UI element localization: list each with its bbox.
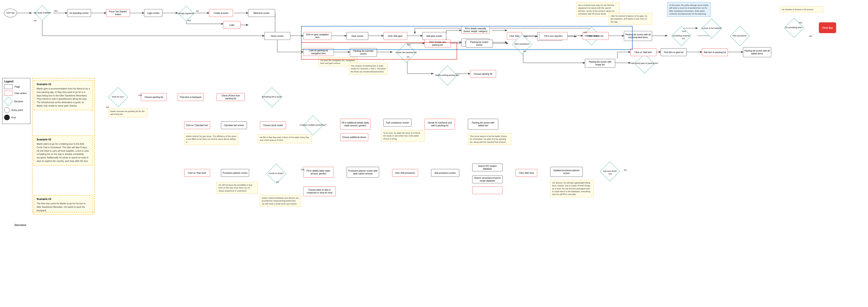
- click-calculate-fuel-label: Click on 'Calculate fuel': [186, 124, 208, 127]
- plan-provisions-label: Plan provisions?: [733, 35, 747, 37]
- create-account-label: Create account: [214, 12, 228, 14]
- something-left-label: Something left to pack?: [262, 96, 282, 98]
- legend-diamond-shape: [4, 97, 13, 106]
- choose-packing-list2-node: Choose packing list: [141, 93, 167, 101]
- legend-user-action: User action: [4, 91, 28, 96]
- already-registered-label: Already registered?: [178, 12, 195, 15]
- packing-added-fuel-node: Packing list screen with added fuel: [468, 119, 498, 129]
- legend-decision: Decision: [4, 97, 28, 105]
- add-more-gear2-node: Add (more) gear to packing list?: [630, 57, 658, 69]
- add-item-packing-label: Add item to packing list: [704, 51, 726, 54]
- packing-empty-node: Packing list screen with empty list: [585, 59, 615, 68]
- click-add-food-node: Click 'Add' food: [516, 169, 537, 177]
- fill-additional-label: Fill in additional details (daily water …: [341, 121, 369, 127]
- click-add-food-label: Click 'Add' food: [519, 172, 534, 175]
- no-label-something-missing: NO: [682, 37, 685, 40]
- packing-all-items-label: Packing list screen with all added items: [744, 50, 770, 55]
- updated-provisions-node: Updated provisions planner screen: [550, 167, 583, 177]
- app-installed-label: App newly installed?: [33, 11, 52, 15]
- press-get-started-label: Press 'Get Started' button: [107, 10, 129, 16]
- access-shops-label: Access to shops?: [269, 172, 284, 175]
- add-provisions-screen-label: Add provisions screen: [435, 172, 456, 175]
- access-shops-node: Access to shops?: [262, 167, 290, 180]
- yes-label-access-shops: YES: [301, 168, 305, 171]
- choose-when-dine-label: Choose when to dine in restaurant or sho…: [305, 188, 335, 194]
- note-fill-3-litres: He fills in that they want 3 litres of h…: [258, 134, 312, 143]
- welcome-screen-node: Welcome screen: [248, 9, 275, 17]
- decide-fuel-node: Decide for fuel/stove and add to packing…: [425, 119, 455, 129]
- note-packing-creation: The creation of packing lists is quite s…: [349, 63, 388, 74]
- legend-dark-circle-shape: [4, 115, 10, 120]
- fuel-comparison-node: Fuel comparison screen: [383, 119, 411, 126]
- create-new-packing-label: Create new packing list?: [396, 51, 417, 54]
- provisions-planner-node: Provisions planner screen: [221, 169, 249, 177]
- note-diy-choice: This stove seems to be the better choice…: [468, 133, 511, 145]
- yes-label-pack-tour: YES: [138, 94, 142, 96]
- press-get-started-node: Press 'Get Started' button: [106, 9, 130, 17]
- search-diy-recipes-label: Search DIY recipes database: [473, 165, 501, 170]
- note-compare-stoves: To be sure, he adds the stove of a frien…: [381, 130, 425, 142]
- no-label-want-assistance: NO: [523, 50, 526, 53]
- add-provisions-screen-node: Add provisions screen: [431, 169, 459, 177]
- no-label-add-more-food: NO: [624, 169, 627, 171]
- is-stove-fuel-node: Is stove & fuel needed?: [698, 22, 726, 34]
- note-entered-5: After he entered 5 pieces of his gear, h…: [609, 13, 652, 25]
- fill-manually-node: [472, 186, 502, 194]
- no-label-access-shops: NO: [276, 181, 279, 183]
- something-missing-node: Something missing?: [667, 30, 695, 42]
- start-app-node: Start App: [4, 9, 17, 17]
- provisions-daily-node: Provisions planner screen with daily cal…: [347, 167, 379, 178]
- close-app-node[interactable]: Close App: [819, 22, 836, 33]
- choose-stove-model-label: Choose stove model: [263, 124, 283, 127]
- find-item-gear-label: Find item in gear list: [664, 51, 683, 54]
- yes-label-1: YES: [54, 10, 58, 12]
- something-missing-label: Something missing?: [672, 35, 690, 37]
- is-stove-fuel-label: Is stove & fuel needed?: [702, 27, 722, 30]
- legend-page-label: Page: [14, 85, 20, 88]
- choose-additional-stoves-label: Choose additional stoves: [342, 136, 366, 139]
- no-label-do-something-else: NO: [809, 35, 812, 37]
- add-more-food-label: Add more food?: [603, 170, 617, 173]
- onboarding-label: On-boarding screen: [69, 12, 89, 14]
- already-registered-node: Already registered?: [177, 8, 195, 20]
- legend-end-label: End: [11, 116, 16, 119]
- choose-when-dine-node: Choose when to dine in restaurant or sho…: [303, 186, 336, 196]
- decide-fuel-label: Decide for fuel/stove and add to packing…: [426, 121, 454, 127]
- modify-packing-node: Modify existing packing list?: [433, 69, 461, 82]
- pack-for-tour-node: Pack for tour?: [104, 91, 132, 103]
- check-off-item-label: Check off item from packing list: [218, 94, 244, 100]
- fill-details-daily-label: Fill in details (daily water amount, gen…: [305, 170, 332, 175]
- do-something-else-node: Do something else?: [780, 22, 808, 34]
- pack-item-node: Pack item in backpack: [178, 93, 204, 101]
- choose-stove-model-node: Choose stove model: [260, 121, 286, 129]
- check-off-item-node: Check off item from packing list: [217, 93, 245, 101]
- login-node: Login: [223, 21, 241, 29]
- calculate-fuel-screen-label: Calculate fuel screen: [224, 124, 244, 127]
- click-add-provisions-node: Click 'Add provisions': [392, 169, 418, 177]
- search-convenience-node: Search convenience food & recipe databas…: [472, 176, 502, 183]
- legend-rect-shape: [4, 84, 13, 89]
- note-no-shops: He will not have the possibility to buy …: [217, 182, 258, 194]
- updated-provisions-label: Updated provisions planner screen: [552, 169, 581, 175]
- click-plan-food-label: Click on 'Plan food': [188, 172, 206, 175]
- yes-label-do-something-else: YES: [799, 22, 802, 24]
- add-item-packing-node: Add item to packing list: [702, 48, 728, 56]
- legend-decision-label: Decision: [14, 100, 23, 103]
- legend-end: End: [4, 115, 28, 120]
- packing-all-items-node: Packing list screen with all added items: [743, 47, 771, 57]
- search-convenience-label: Search convenience food & recipe databas…: [473, 177, 501, 182]
- note-gas-stove: Martin selects his gas stove. The effici…: [184, 133, 238, 145]
- find-item-gear-node: Find item in gear list: [661, 48, 687, 56]
- yes-label-something-missing: YES: [682, 30, 686, 32]
- note-dinner-choice: For dinners, he will take lightweight hi…: [550, 180, 593, 197]
- decision-legend-text: Decision: [14, 223, 26, 226]
- legend-circle-shape: [4, 107, 10, 113]
- fill-additional-node: Fill in additional details (daily water …: [340, 119, 370, 129]
- click-plan-food-node: Click on 'Plan food': [184, 169, 210, 177]
- legend-user-action-label: User action: [14, 92, 27, 94]
- choose-packing-list2-label: Choose packing list: [145, 96, 163, 99]
- plan-provisions-node: Plan provisions?: [726, 30, 754, 42]
- something-left-node: Something left to pack?: [258, 91, 286, 103]
- legend-title: Legend: [4, 80, 28, 83]
- calculate-fuel-screen-node: Calculate fuel screen: [221, 121, 247, 129]
